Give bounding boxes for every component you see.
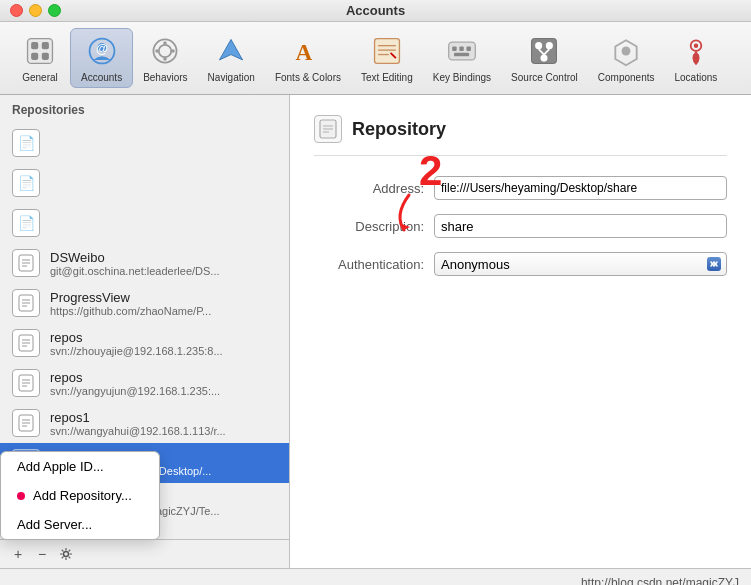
toolbar-label-text-editing: Text Editing	[361, 72, 413, 83]
toolbar-label-locations: Locations	[675, 72, 718, 83]
repo-url: https://github.com/zhaoName/P...	[50, 305, 211, 317]
svg-rect-25	[454, 53, 469, 57]
source-control-icon	[526, 33, 562, 69]
dropdown-item-label: Add Server...	[17, 517, 92, 532]
svg-point-34	[694, 43, 698, 47]
settings-button[interactable]	[56, 544, 76, 564]
svg-point-27	[536, 42, 543, 49]
toolbar-item-accounts[interactable]: @ Accounts	[70, 28, 133, 88]
authentication-select-wrapper: Anonymous Kerberos Username/Password SSH…	[434, 252, 727, 276]
repo-icon	[12, 329, 40, 357]
maximize-button[interactable]	[48, 4, 61, 17]
authentication-label: Authentication:	[314, 257, 424, 272]
list-item[interactable]: 📄	[0, 163, 289, 203]
list-item-repos2[interactable]: repos svn://yangyujun@192.168.1.235:...	[0, 363, 289, 403]
toolbar-item-general[interactable]: General	[10, 28, 70, 88]
sidebar: Repositories 📄 📄	[0, 95, 290, 568]
toolbar-item-navigation[interactable]: Navigation	[198, 28, 265, 88]
dropdown-item-add-server[interactable]: Add Server...	[1, 510, 159, 539]
toolbar-label-navigation: Navigation	[208, 72, 255, 83]
list-item-progressview[interactable]: ProgressView https://github.com/zhaoName…	[0, 283, 289, 323]
svg-rect-1	[31, 42, 38, 49]
traffic-lights	[10, 4, 61, 17]
title-bar: Accounts	[0, 0, 751, 22]
svg-rect-4	[42, 53, 49, 60]
repo-info: DSWeibo git@git.oschina.net:leaderlee/DS…	[50, 250, 220, 277]
toolbar-item-key-bindings[interactable]: Key Bindings	[423, 28, 501, 88]
toolbar: General @ Accounts Behaviors	[0, 22, 751, 95]
toolbar-item-locations[interactable]: Locations	[665, 28, 728, 88]
authentication-select[interactable]: Anonymous Kerberos Username/Password SSH…	[434, 252, 727, 276]
description-label: Description:	[314, 219, 424, 234]
svg-text:@: @	[95, 42, 107, 56]
form-row-authentication: Authentication: Anonymous Kerberos Usern…	[314, 252, 727, 276]
sidebar-header: Repositories	[0, 95, 289, 123]
repo-info	[50, 210, 54, 237]
detail-title: Repository	[352, 119, 446, 140]
repo-icon: 📄	[12, 129, 40, 157]
dot-icon	[17, 492, 25, 500]
repo-url: svn://zhouyajie@192.168.1.235:8...	[50, 345, 223, 357]
repo-info: repos svn://zhouyajie@192.168.1.235:8...	[50, 330, 223, 357]
text-editing-icon	[369, 33, 405, 69]
repo-info: repos svn://yangyujun@192.168.1.235:...	[50, 370, 220, 397]
toolbar-item-components[interactable]: Components	[588, 28, 665, 88]
list-item-repos3[interactable]: repos1 svn://wangyahui@192.168.1.113/r..…	[0, 403, 289, 443]
repo-name: repos	[50, 370, 220, 385]
repo-name: repos	[50, 330, 223, 345]
list-item-dsweibo[interactable]: DSWeibo git@git.oschina.net:leaderlee/DS…	[0, 243, 289, 283]
svg-point-63	[64, 552, 69, 557]
repo-icon	[12, 249, 40, 277]
svg-point-10	[164, 41, 168, 45]
svg-point-12	[156, 49, 160, 53]
svg-text:A: A	[295, 39, 312, 65]
add-button[interactable]: +	[8, 544, 28, 564]
svg-point-11	[164, 57, 168, 61]
toolbar-item-source-control[interactable]: Source Control	[501, 28, 588, 88]
toolbar-label-components: Components	[598, 72, 655, 83]
svg-rect-24	[466, 47, 470, 51]
svg-rect-22	[452, 47, 456, 51]
svg-rect-2	[42, 42, 49, 49]
repo-url: svn://wangyahui@192.168.1.113/r...	[50, 425, 226, 437]
repo-url	[50, 225, 54, 237]
minimize-button[interactable]	[29, 4, 42, 17]
repo-info	[50, 130, 54, 157]
repo-icon	[12, 409, 40, 437]
dropdown-item-add-repository[interactable]: Add Repository...	[1, 481, 159, 510]
description-input[interactable]	[434, 214, 727, 238]
fonts-icon: A	[290, 33, 326, 69]
svg-point-28	[546, 42, 553, 49]
svg-marker-14	[220, 39, 243, 59]
toolbar-label-general: General	[22, 72, 58, 83]
repo-name: DSWeibo	[50, 250, 220, 265]
detail-header: Repository	[314, 115, 727, 156]
address-input[interactable]	[434, 176, 727, 200]
list-item-repos1[interactable]: repos svn://zhouyajie@192.168.1.235:8...	[0, 323, 289, 363]
toolbar-item-text-editing[interactable]: Text Editing	[351, 28, 423, 88]
main-content: Repositories 📄 📄	[0, 95, 751, 568]
dropdown-item-label: Add Apple ID...	[17, 459, 104, 474]
dropdown-item-add-apple-id[interactable]: Add Apple ID...	[1, 452, 159, 481]
close-button[interactable]	[10, 4, 23, 17]
toolbar-item-behaviors[interactable]: Behaviors	[133, 28, 197, 88]
behaviors-icon	[147, 33, 183, 69]
detail-panel: Repository Address: Description: Authent…	[290, 95, 751, 568]
remove-button[interactable]: −	[32, 544, 52, 564]
list-item[interactable]: 📄	[0, 203, 289, 243]
repo-icon: 📄	[12, 169, 40, 197]
repo-url	[50, 185, 54, 197]
svg-rect-3	[31, 53, 38, 60]
list-item[interactable]: 📄	[0, 123, 289, 163]
status-url: http://blog.csdn.net/magicZYJ	[581, 576, 739, 586]
svg-point-29	[541, 55, 548, 62]
svg-rect-23	[459, 47, 463, 51]
toolbar-label-behaviors: Behaviors	[143, 72, 187, 83]
toolbar-item-fonts-colors[interactable]: A Fonts & Colors	[265, 28, 351, 88]
svg-rect-0	[28, 39, 53, 64]
repo-info	[50, 170, 54, 197]
dropdown-item-label: Add Repository...	[33, 488, 132, 503]
dropdown-menu: Add Apple ID... Add Repository... Add Se…	[0, 451, 160, 540]
svg-point-32	[622, 47, 631, 56]
sidebar-footer: + − Add Apple ID... Add Repository...	[0, 539, 289, 568]
